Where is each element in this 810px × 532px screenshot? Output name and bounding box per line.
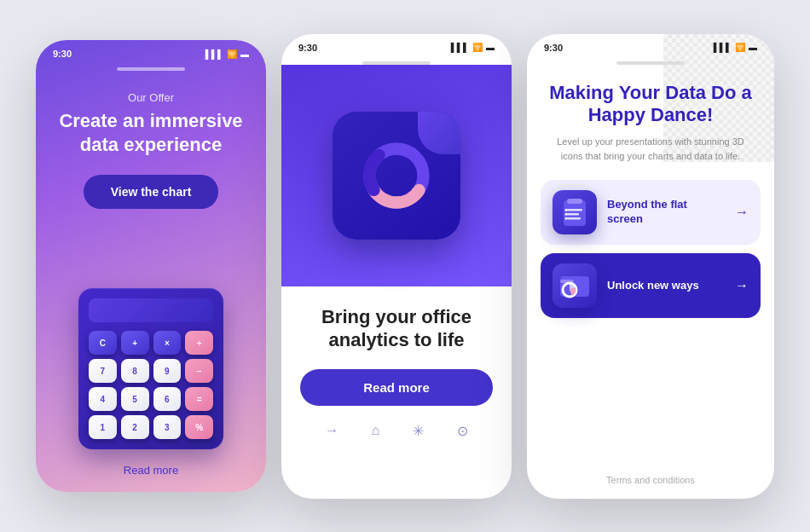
time-2: 9:30: [298, 43, 317, 53]
calc-key-minus: −: [185, 359, 213, 383]
calc-key-c: C: [89, 331, 117, 355]
calc-key-3: 3: [153, 415, 182, 439]
svg-rect-7: [567, 217, 581, 220]
time-3: 9:30: [544, 43, 563, 53]
phone1-content: Our Offer Create an immersive data exper…: [36, 71, 266, 209]
calc-key-pct: %: [185, 415, 213, 439]
donut-icon: [333, 112, 460, 240]
signal-icon-3: ▌▌▌: [714, 43, 732, 52]
calc-key-5: 5: [121, 387, 149, 411]
calc-key-7: 7: [89, 359, 117, 383]
svg-point-8: [565, 209, 568, 211]
feature-card-2: Unlock new ways →: [541, 253, 761, 318]
phone-screen-1: 9:30 ▌▌▌ 🛜 ▬ Our Offer Create an immersi…: [36, 40, 266, 492]
calc-key-plus: +: [121, 331, 149, 355]
card1-title: Beyond the flat screen: [607, 198, 725, 227]
status-bar-2: 9:30 ▌▌▌ 🛜 ▬: [281, 34, 512, 56]
nav-star-icon[interactable]: ✳: [413, 423, 424, 439]
nav-arrow-icon[interactable]: →: [325, 423, 338, 439]
calc-key-eq: =: [185, 387, 213, 411]
calc-key-1: 1: [89, 415, 117, 439]
terms-text[interactable]: Terms and conditions: [527, 475, 774, 485]
svg-point-10: [565, 217, 568, 220]
feature-card-1: Beyond the flat screen →: [541, 180, 761, 245]
nav-pin-icon[interactable]: ⊙: [457, 423, 468, 439]
calc-key-8: 8: [121, 359, 149, 383]
calc-body: C + × ÷ 7 8 9 − 4 5 6 = 1 2 3 %: [78, 288, 223, 449]
calc-key-6: 6: [153, 387, 182, 411]
status-bar-3: 9:30 ▌▌▌ 🛜 ▬: [527, 34, 774, 56]
card2-title: Unlock new ways: [607, 279, 725, 293]
phone1-read-more[interactable]: Read more: [124, 464, 178, 477]
card1-arrow-icon[interactable]: →: [735, 205, 749, 220]
clipboard-svg: [562, 197, 587, 228]
phone3-sub-text: Level up your presentations with stunnin…: [546, 135, 755, 163]
donut-chart-svg: [358, 137, 435, 214]
phone2-tagline: Bring your office analytics to life: [300, 305, 493, 352]
phone3-cards: Beyond the flat screen → Unlock new w: [527, 171, 774, 335]
signal-icon-2: ▌▌▌: [451, 43, 469, 52]
app-container: 9:30 ▌▌▌ 🛜 ▬ Our Offer Create an immersi…: [10, 9, 800, 524]
phone3-main-title: Making Your Data Do a Happy Dance!: [546, 82, 755, 127]
wifi-icon: 🛜: [227, 49, 237, 59]
svg-rect-4: [567, 199, 582, 204]
calc-key-mul: ×: [153, 331, 182, 355]
svg-rect-5: [567, 209, 582, 211]
calc-key-2: 2: [121, 415, 149, 439]
phone-screen-3: 9:30 ▌▌▌ 🛜 ▬ Making Your Data Do a Happy…: [527, 34, 774, 499]
calc-key-div: ÷: [185, 331, 213, 355]
status-icons-3: ▌▌▌ 🛜 ▬: [714, 43, 757, 52]
status-icons-2: ▌▌▌ 🛜 ▬: [451, 43, 495, 52]
wifi-icon-3: 🛜: [735, 43, 745, 52]
chart-folder-icon: [553, 263, 597, 308]
time-1: 9:30: [53, 49, 72, 59]
read-more-button-2[interactable]: Read more: [300, 369, 493, 406]
calc-screen: [89, 298, 213, 322]
nav-home-icon[interactable]: ⌂: [372, 423, 380, 439]
phone3-header: Making Your Data Do a Happy Dance! Level…: [527, 65, 774, 172]
card2-text: Unlock new ways: [607, 279, 725, 293]
status-bar-1: 9:30 ▌▌▌ 🛜 ▬: [36, 40, 266, 62]
chart-folder-svg: [560, 273, 589, 298]
phone2-bottom: Bring your office analytics to life Read…: [281, 286, 512, 453]
svg-point-9: [565, 213, 568, 216]
calculator-illustration: C + × ÷ 7 8 9 − 4 5 6 = 1 2 3 %: [78, 288, 223, 449]
phone2-nav: → ⌂ ✳ ⊙: [300, 423, 493, 439]
clipboard-icon: [553, 190, 597, 234]
status-icons-1: ▌▌▌ 🛜 ▬: [205, 49, 249, 59]
phone1-headline: Create an immersive data experience: [53, 109, 249, 156]
svg-rect-6: [567, 213, 579, 216]
phone2-hero: [281, 65, 512, 286]
battery-icon: ▬: [240, 49, 249, 59]
battery-icon-3: ▬: [749, 43, 757, 52]
donut-bg: [333, 112, 460, 240]
card2-arrow-icon[interactable]: →: [735, 278, 749, 293]
calc-key-4: 4: [89, 387, 117, 411]
calc-key-9: 9: [153, 359, 182, 383]
signal-icon: ▌▌▌: [205, 49, 223, 59]
battery-icon-2: ▬: [486, 43, 495, 52]
offer-label: Our Offer: [53, 91, 249, 104]
calc-buttons: C + × ÷ 7 8 9 − 4 5 6 = 1 2 3 %: [89, 331, 213, 439]
card1-text: Beyond the flat screen: [607, 198, 725, 227]
view-chart-button[interactable]: View the chart: [84, 175, 219, 209]
phone-screen-2: 9:30 ▌▌▌ 🛜 ▬ Bring your office: [281, 34, 512, 499]
wifi-icon-2: 🛜: [472, 43, 483, 52]
